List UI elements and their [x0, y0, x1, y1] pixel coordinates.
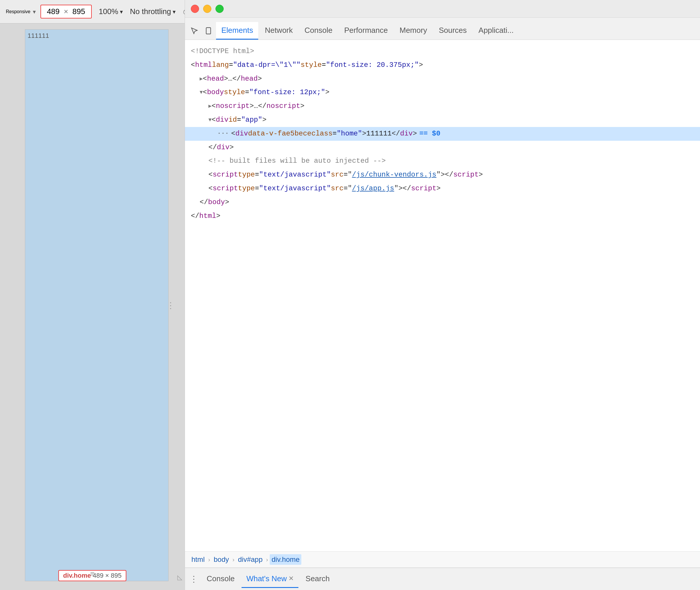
html-line-div-app-close[interactable]: </div> — [185, 141, 700, 155]
tab-network[interactable]: Network — [259, 22, 298, 39]
breadcrumb-bc-div-home[interactable]: div.home — [270, 554, 301, 565]
elements-content: <!DOCTYPE html><html lang="data-dpr=\"1\… — [185, 40, 700, 551]
zoom-dropdown-arrow: ▾ — [120, 8, 123, 15]
inspect-element-button[interactable] — [188, 24, 201, 37]
html-line-comment-auto-injected[interactable]: <!-- built files will be auto injected -… — [185, 154, 700, 168]
tab-sources[interactable]: Sources — [434, 22, 472, 39]
devtools-tab-bar: Elements Network Console Performance Mem… — [185, 18, 700, 40]
html-line-div-app-open[interactable]: ▼ <div id="app"> — [185, 113, 700, 127]
devtools-panel: Elements Network Console Performance Mem… — [185, 0, 700, 590]
dimension-separator: × — [64, 7, 68, 16]
breadcrumb-bar: html›body›div#app›div.home — [185, 551, 700, 568]
window-maximize-button[interactable] — [216, 5, 224, 13]
dim-label-name: div.home — [63, 572, 91, 579]
window-close-button[interactable] — [191, 5, 199, 13]
viewport-content: 111111 — [27, 32, 49, 39]
throttling-dropdown-arrow: ▾ — [172, 8, 176, 15]
breadcrumb-separator: › — [266, 556, 268, 563]
html-line-noscript-collapsed[interactable]: ▶ <noscript>…</noscript> — [185, 99, 700, 113]
html-line-html-close[interactable]: </html> — [185, 209, 700, 223]
html-line-script-app[interactable]: <script type="text/javascript" src="/js/… — [185, 182, 700, 196]
tab-elements[interactable]: Elements — [216, 22, 258, 39]
height-input[interactable] — [70, 7, 88, 16]
html-line-doctype[interactable]: <!DOCTYPE html> — [185, 44, 700, 58]
responsive-dropdown-arrow: ▾ — [33, 8, 36, 15]
viewport-container: 111111 ⋮ div.home 489 × 895 ≡ ◺ — [0, 23, 185, 590]
html-line-body-open[interactable]: ▼ <body style="font-size: 12px;"> — [185, 86, 700, 99]
svg-rect-0 — [206, 27, 211, 34]
responsive-selector[interactable]: Responsive ▾ — [6, 8, 36, 15]
viewport-resize-corner-icon: ◺ — [178, 574, 182, 581]
html-line-body-close[interactable]: </body> — [185, 196, 700, 209]
breadcrumb-separator: › — [232, 556, 235, 563]
tab-console-main[interactable]: Console — [299, 22, 338, 39]
bottom-tab-search[interactable]: Search — [301, 570, 334, 588]
zoom-value: 100% — [99, 7, 118, 16]
whats-new-close-button[interactable]: ✕ — [288, 575, 294, 582]
device-toolbar-button[interactable] — [202, 24, 215, 37]
html-line-div-home-selected[interactable]: ···<div data-v-fae5bece class="home"> 11… — [185, 127, 700, 141]
tab-application[interactable]: Applicati... — [473, 22, 519, 39]
breadcrumb-separator: › — [208, 556, 210, 563]
zoom-selector[interactable]: 100% ▾ — [99, 7, 123, 16]
window-minimize-button[interactable] — [203, 5, 211, 13]
viewport-frame: 111111 ⋮ — [25, 29, 168, 581]
viewport-resize-handle[interactable]: ⋮ — [168, 296, 172, 314]
breadcrumb-bc-body[interactable]: body — [212, 554, 231, 565]
bottom-tab-whats-new[interactable]: What's New ✕ — [242, 570, 299, 588]
console-menu-icon[interactable]: ⋮ — [188, 572, 200, 586]
breadcrumb-bc-html[interactable]: html — [190, 554, 206, 565]
line-dot-indicator: ··· — [217, 128, 229, 139]
bottom-tab-console[interactable]: Console — [202, 570, 239, 588]
tab-memory[interactable]: Memory — [394, 22, 432, 39]
dim-label-size: 489 × 895 — [93, 572, 121, 579]
throttling-selector[interactable]: No throttling ▾ — [130, 7, 176, 16]
tab-performance[interactable]: Performance — [339, 22, 393, 39]
html-line-script-vendors[interactable]: <script type="text/javascript" src="/js/… — [185, 168, 700, 182]
window-chrome — [185, 0, 700, 18]
html-line-head-collapsed[interactable]: ▶ <head>…</head> — [185, 72, 700, 86]
viewport-bottom-handle-icon: ≡ — [90, 569, 94, 578]
responsive-label: Responsive — [6, 9, 30, 14]
console-tab-bar: ⋮ Console What's New ✕ Search — [185, 568, 700, 590]
throttling-label: No throttling — [130, 7, 171, 16]
html-line-html-open[interactable]: <html lang="data-dpr=\"1\"" style="font-… — [185, 58, 700, 72]
dimension-input-group[interactable]: × — [40, 5, 92, 18]
width-input[interactable] — [44, 7, 62, 16]
resize-dots-icon: ⋮ — [166, 301, 173, 310]
breadcrumb-bc-div-app[interactable]: div#app — [236, 554, 264, 565]
